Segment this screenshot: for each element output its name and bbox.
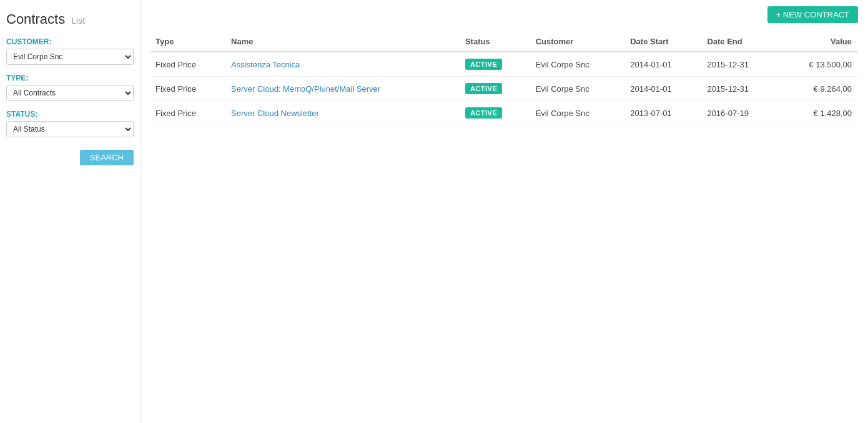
sidebar: Contracts List CUSTOMER: Evil Corpe Snc …: [0, 0, 141, 423]
main-content: + NEW CONTRACT Type Name Status Customer…: [141, 0, 868, 423]
cell-date-start: 2014-01-01: [625, 52, 702, 77]
col-value: Value: [779, 32, 858, 52]
cell-name: Server Cloud: MemoQ/Plunet/Mail Server: [226, 77, 460, 101]
cell-name: Server Cloud Newsletter: [226, 101, 460, 125]
col-status: Status: [460, 32, 531, 52]
cell-date-end: 2016-07-19: [702, 101, 779, 125]
cell-status: ACTIVE: [460, 52, 531, 77]
contract-link[interactable]: Server Cloud: MemoQ/Plunet/Mail Server: [231, 84, 380, 94]
table-row: Fixed PriceAssistenza TecnicaACTIVEEvil …: [150, 52, 858, 77]
cell-value: € 9.264,00: [779, 77, 858, 101]
cell-status: ACTIVE: [460, 77, 531, 101]
customer-select[interactable]: Evil Corpe Snc: [6, 49, 134, 65]
subtitle-text: List: [71, 16, 85, 26]
title-text: Contracts: [6, 11, 65, 27]
contracts-table: Type Name Status Customer Date Start Dat…: [150, 32, 858, 125]
contract-link[interactable]: Server Cloud Newsletter: [231, 109, 319, 118]
table-row: Fixed PriceServer Cloud NewsletterACTIVE…: [150, 101, 858, 125]
col-name: Name: [226, 32, 460, 52]
cell-type: Fixed Price: [150, 101, 226, 125]
cell-date-start: 2013-07-01: [625, 101, 702, 125]
cell-customer: Evil Corpe Snc: [531, 77, 626, 101]
cell-value: € 13.500,00: [779, 52, 858, 77]
contract-link[interactable]: Assistenza Tecnica: [231, 60, 300, 69]
status-label: STATUS:: [6, 110, 134, 119]
cell-name: Assistenza Tecnica: [226, 52, 460, 77]
col-type: Type: [150, 32, 226, 52]
cell-status: ACTIVE: [460, 101, 531, 125]
table-header-row: Type Name Status Customer Date Start Dat…: [150, 32, 858, 52]
cell-type: Fixed Price: [150, 52, 226, 77]
type-label: TYPE:: [6, 74, 134, 82]
cell-value: € 1.428,00: [779, 101, 858, 125]
status-badge: ACTIVE: [465, 59, 502, 70]
cell-date-end: 2015-12-31: [702, 77, 779, 101]
cell-customer: Evil Corpe Snc: [531, 101, 626, 125]
search-button[interactable]: SEARCH: [80, 150, 134, 165]
cell-date-end: 2015-12-31: [702, 52, 779, 77]
customer-label: CUSTOMER:: [6, 37, 134, 46]
cell-type: Fixed Price: [150, 77, 226, 101]
cell-date-start: 2014-01-01: [625, 77, 702, 101]
col-customer: Customer: [531, 32, 626, 52]
status-select[interactable]: All Status: [6, 121, 134, 137]
col-date-start: Date Start: [625, 32, 702, 52]
cell-customer: Evil Corpe Snc: [531, 52, 626, 77]
new-contract-button[interactable]: + NEW CONTRACT: [767, 6, 858, 23]
type-select[interactable]: All Contracts: [6, 85, 134, 101]
top-bar: + NEW CONTRACT: [150, 6, 858, 23]
col-date-end: Date End: [702, 32, 779, 52]
status-badge: ACTIVE: [465, 107, 502, 119]
status-badge: ACTIVE: [465, 83, 502, 94]
table-row: Fixed PriceServer Cloud: MemoQ/Plunet/Ma…: [150, 77, 858, 101]
page-title: Contracts List: [6, 6, 134, 27]
